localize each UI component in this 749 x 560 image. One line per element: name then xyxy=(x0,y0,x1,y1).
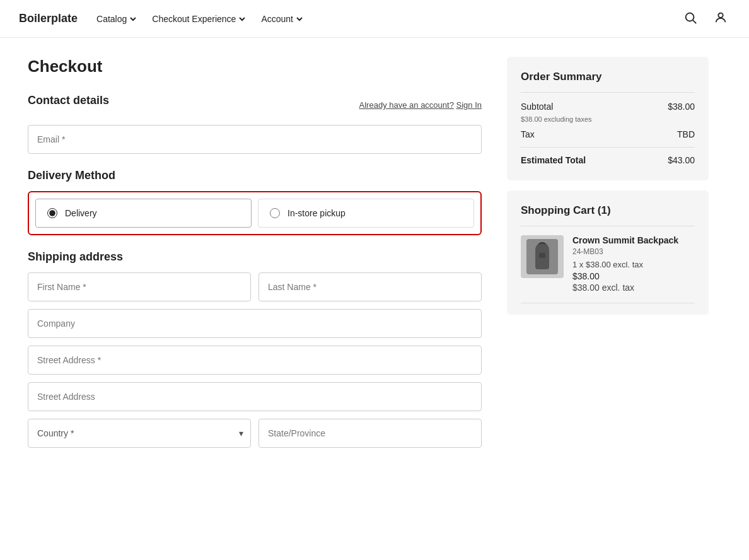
search-button[interactable] xyxy=(681,8,700,29)
company-group xyxy=(28,309,482,338)
name-row xyxy=(28,272,482,301)
svg-rect-4 xyxy=(539,253,545,258)
nav-checkout-experience[interactable]: Checkout Experience xyxy=(152,14,246,24)
cart-title: Shopping Cart (1) xyxy=(521,204,695,217)
total-divider xyxy=(521,147,695,148)
street2-group xyxy=(28,382,482,411)
tax-value: TBD xyxy=(677,129,695,139)
nav-menu: Catalog Checkout Experience Account xyxy=(96,14,303,24)
nav-icons xyxy=(681,8,730,29)
nav-account[interactable]: Account xyxy=(261,14,303,24)
user-icon xyxy=(714,11,728,25)
delivery-option-delivery[interactable]: Delivery xyxy=(35,199,252,228)
street-address2-input[interactable] xyxy=(28,382,482,411)
total-label: Estimated Total xyxy=(521,155,586,165)
tax-label: Tax xyxy=(521,129,535,139)
total-value: $43.00 xyxy=(668,155,695,165)
backpack-image xyxy=(526,239,558,274)
page-title: Checkout xyxy=(28,57,482,76)
instore-radio[interactable] xyxy=(270,208,280,218)
cart-item-qty: 1 x $38.00 excl. tax xyxy=(572,260,695,269)
first-name-group xyxy=(28,272,251,301)
contact-section: Contact details Already have an account?… xyxy=(28,94,482,154)
cart-item-total: $38.00 excl. tax xyxy=(572,283,695,293)
sidebar: Order Summary Subtotal $38.00 $38.00 exc… xyxy=(507,57,709,455)
svg-point-2 xyxy=(718,13,723,18)
tax-row: Tax TBD xyxy=(521,129,695,139)
account-button[interactable] xyxy=(711,8,730,29)
page-content: Checkout Contact details Already have an… xyxy=(9,38,740,493)
order-summary-title: Order Summary xyxy=(521,71,695,83)
shipping-section-title: Shipping address xyxy=(28,250,482,264)
checkout-form: Checkout Contact details Already have an… xyxy=(28,57,482,455)
subtotal-row: Subtotal $38.00 xyxy=(521,102,695,112)
shipping-section: Shipping address xyxy=(28,250,482,448)
country-state-row: Country * ▾ xyxy=(28,419,482,448)
contact-section-title: Contact details xyxy=(28,94,109,107)
last-name-group xyxy=(258,272,482,301)
order-summary-card: Order Summary Subtotal $38.00 $38.00 exc… xyxy=(507,57,709,180)
svg-line-1 xyxy=(693,20,696,23)
sign-in-link[interactable]: Sign In xyxy=(456,100,482,110)
street1-group xyxy=(28,346,482,375)
chevron-down-icon xyxy=(129,15,137,23)
nav-left: Boilerplate Catalog Checkout Experience … xyxy=(19,12,303,25)
cart-bottom-divider xyxy=(521,303,695,303)
cart-item-price: $38.00 xyxy=(572,271,695,281)
subtotal-value: $38.00 xyxy=(668,102,695,112)
nav-catalog[interactable]: Catalog xyxy=(96,14,137,24)
navbar: Boilerplate Catalog Checkout Experience … xyxy=(0,0,749,38)
cart-divider xyxy=(521,226,695,226)
sign-in-prompt: Already have an account? Sign In xyxy=(359,100,482,110)
subtotal-label: Subtotal xyxy=(521,102,553,112)
svg-point-0 xyxy=(686,13,694,21)
cart-item-sku: 24-MB03 xyxy=(572,247,695,256)
shopping-cart-card: Shopping Cart (1) Crown Summit Backpack xyxy=(507,190,709,315)
state-input[interactable] xyxy=(258,419,482,448)
cart-item-details: Crown Summit Backpack 24-MB03 1 x $38.00… xyxy=(572,235,695,293)
delivery-option-instore[interactable]: In-store pickup xyxy=(258,199,474,228)
delivery-radio[interactable] xyxy=(47,208,57,218)
cart-item-image xyxy=(521,235,564,278)
last-name-input[interactable] xyxy=(258,272,482,301)
total-row: Estimated Total $43.00 xyxy=(521,155,695,165)
contact-header: Contact details Already have an account?… xyxy=(28,94,482,116)
email-input[interactable] xyxy=(28,125,482,154)
country-group: Country * ▾ xyxy=(28,419,251,448)
state-group xyxy=(258,419,482,448)
company-input[interactable] xyxy=(28,309,482,338)
email-field-group xyxy=(28,125,482,154)
chevron-down-icon xyxy=(238,15,246,23)
subtotal-note: $38.00 excluding taxes xyxy=(521,115,695,123)
country-select[interactable]: Country * xyxy=(28,419,251,448)
cart-item-name: Crown Summit Backpack xyxy=(572,235,695,245)
delivery-options-wrapper: Delivery In-store pickup xyxy=(28,191,482,235)
brand-logo[interactable]: Boilerplate xyxy=(19,12,78,25)
chevron-down-icon xyxy=(296,15,303,23)
delivery-section: Delivery Method Delivery In-store pickup xyxy=(28,169,482,235)
street-address-input[interactable] xyxy=(28,346,482,375)
first-name-input[interactable] xyxy=(28,272,251,301)
cart-item: Crown Summit Backpack 24-MB03 1 x $38.00… xyxy=(521,235,695,293)
search-icon xyxy=(683,11,697,25)
summary-divider xyxy=(521,92,695,93)
delivery-section-title: Delivery Method xyxy=(28,169,482,182)
cart-count: (1) xyxy=(598,204,611,216)
